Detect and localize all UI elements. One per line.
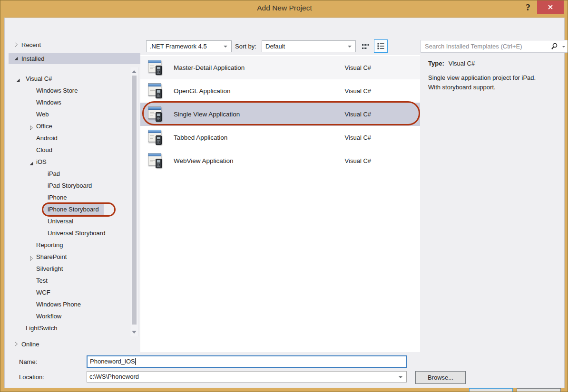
- tree-item-label: Universal Storyboard: [48, 228, 105, 239]
- template-platform: Visual C#: [309, 126, 371, 149]
- tree-item-label: LightSwitch: [26, 323, 57, 334]
- chevron-right-icon[interactable]: [29, 123, 34, 129]
- scroll-up-icon[interactable]: [132, 70, 137, 73]
- framework-dropdown[interactable]: .NET Framework 4.5: [146, 40, 232, 52]
- name-input[interactable]: Phoneword_iOS: [87, 355, 407, 368]
- tree-item-sharepoint[interactable]: SharePoint: [9, 251, 130, 262]
- template-platform: Visual C#: [309, 149, 371, 172]
- chevron-right-icon[interactable]: [13, 42, 19, 48]
- framework-dropdown-value: .NET Framework 4.5: [150, 43, 207, 50]
- chevron-down-icon: [348, 46, 352, 48]
- phone-icon: [156, 159, 162, 168]
- template-name: Master-Detail Application: [174, 56, 245, 79]
- dialog-content: Recent Installed Visual C#Windows StoreW…: [4, 18, 565, 388]
- tree-item-label: iOS: [36, 156, 47, 167]
- sortby-dropdown-value: Default: [265, 43, 285, 50]
- ok-button[interactable]: OK: [469, 388, 513, 392]
- search-box: [421, 40, 568, 53]
- tree-item-lightswitch[interactable]: LightSwitch: [9, 323, 130, 334]
- name-label: Name:: [19, 356, 37, 368]
- location-combobox-value: c:\WS\Phoneword: [89, 373, 139, 380]
- tree-item-label: Windows Store: [36, 85, 78, 96]
- dialog-title: Add New Project: [0, 0, 568, 16]
- titlebar[interactable]: Add New Project ?: [0, 0, 568, 18]
- tree-item-office[interactable]: Office: [9, 121, 130, 132]
- tree-item-ipad[interactable]: iPad: [9, 168, 130, 179]
- tree-item-web[interactable]: Web: [9, 109, 130, 120]
- template-row-master-detail-application[interactable]: Master-Detail ApplicationVisual C#: [140, 56, 420, 79]
- tree-item-label: Visual C#: [26, 73, 52, 84]
- cancel-button[interactable]: Cancel: [517, 388, 561, 392]
- tree-item-cloud[interactable]: Cloud: [9, 144, 130, 155]
- tree-item-reporting[interactable]: Reporting: [9, 239, 130, 250]
- tree-scrollbar[interactable]: [130, 67, 138, 336]
- nav-item-recent[interactable]: Recent: [9, 39, 140, 50]
- small-icons-icon: [362, 43, 370, 50]
- location-combobox[interactable]: c:\WS\Phoneword: [87, 371, 407, 382]
- phone-icon: [156, 66, 162, 75]
- template-list: Master-Detail ApplicationVisual C#OpenGL…: [140, 55, 420, 352]
- search-icon[interactable]: [551, 43, 558, 50]
- list-view-button[interactable]: [374, 39, 388, 53]
- name-input-value: Phoneword_iOS: [90, 358, 135, 365]
- nav-item-installed[interactable]: Installed: [9, 53, 140, 64]
- template-row-tabbed-application[interactable]: Tabbed ApplicationVisual C#: [140, 126, 420, 149]
- nav-item-label: Installed: [21, 55, 44, 62]
- tree-item-label: Web: [36, 109, 49, 120]
- template-icon: [147, 130, 163, 145]
- expanded-triangle-icon[interactable]: [13, 56, 19, 61]
- location-label: Location:: [19, 371, 44, 383]
- type-value: Visual C#: [449, 60, 475, 67]
- sort-by-label: Sort by:: [235, 40, 256, 52]
- tree-item-silverlight[interactable]: Silverlight: [9, 263, 130, 274]
- tree-item-label: WCF: [36, 287, 50, 298]
- expanded-triangle-icon[interactable]: [15, 76, 21, 81]
- type-label: Type:: [428, 60, 444, 67]
- nav-item-online[interactable]: Online: [9, 338, 140, 350]
- tree-item-ios[interactable]: iOS: [9, 156, 130, 167]
- browse-button[interactable]: Browse...: [415, 371, 466, 384]
- close-icon: [547, 4, 554, 10]
- tree-item-universal[interactable]: Universal: [9, 216, 130, 227]
- small-icons-view-button[interactable]: [360, 40, 372, 52]
- tree-item-ipad-storyboard[interactable]: iPad Storyboard: [9, 180, 130, 191]
- chevron-down-icon[interactable]: [562, 46, 565, 48]
- template-platform: Visual C#: [309, 79, 371, 103]
- tree-item-label: SharePoint: [36, 251, 67, 262]
- tree-item-universal-storyboard[interactable]: Universal Storyboard: [9, 228, 130, 239]
- text-caret: [135, 358, 136, 365]
- tree-item-wcf[interactable]: WCF: [9, 287, 130, 298]
- template-name: OpenGL Application: [174, 79, 231, 103]
- close-button[interactable]: [537, 0, 564, 14]
- tree-item-iphone[interactable]: iPhone: [9, 192, 130, 203]
- template-row-webview-application[interactable]: WebView ApplicationVisual C#: [140, 149, 420, 172]
- tree-item-label: Cloud: [36, 144, 52, 155]
- template-icon: [147, 83, 163, 99]
- tree-item-windows-phone[interactable]: Windows Phone: [9, 299, 130, 310]
- template-row-opengl-application[interactable]: OpenGL ApplicationVisual C#: [140, 79, 420, 103]
- list-view-icon: [377, 42, 385, 50]
- template-type-line: Type:Visual C#: [428, 60, 475, 69]
- tree-item-label: Windows: [36, 97, 61, 108]
- tree-item-iphone-storyboard[interactable]: iPhone Storyboard: [9, 204, 130, 215]
- template-row-single-view-application[interactable]: Single View ApplicationVisual C#: [140, 103, 420, 126]
- tree-item-label: Reporting: [36, 239, 63, 250]
- chevron-right-icon[interactable]: [13, 341, 19, 347]
- chevron-down-icon: [224, 46, 227, 48]
- expanded-triangle-icon[interactable]: [29, 159, 34, 164]
- template-name: WebView Application: [174, 149, 234, 172]
- tree-item-label: iPad: [48, 168, 60, 179]
- scroll-down-icon[interactable]: [132, 331, 137, 334]
- scrollbar-thumb[interactable]: [132, 76, 137, 325]
- sortby-dropdown[interactable]: Default: [262, 40, 356, 52]
- search-input[interactable]: [421, 40, 545, 52]
- chevron-right-icon[interactable]: [29, 254, 34, 259]
- tree-item-windows[interactable]: Windows: [9, 97, 130, 108]
- help-button[interactable]: ?: [523, 2, 533, 15]
- tree-item-workflow[interactable]: Workflow: [9, 311, 130, 322]
- tree-item-test[interactable]: Test: [9, 275, 130, 286]
- tree-item-android[interactable]: Android: [9, 133, 130, 143]
- template-icon: [147, 106, 163, 122]
- tree-item-windows-store[interactable]: Windows Store: [9, 85, 130, 96]
- tree-item-visual-c[interactable]: Visual C#: [9, 73, 130, 84]
